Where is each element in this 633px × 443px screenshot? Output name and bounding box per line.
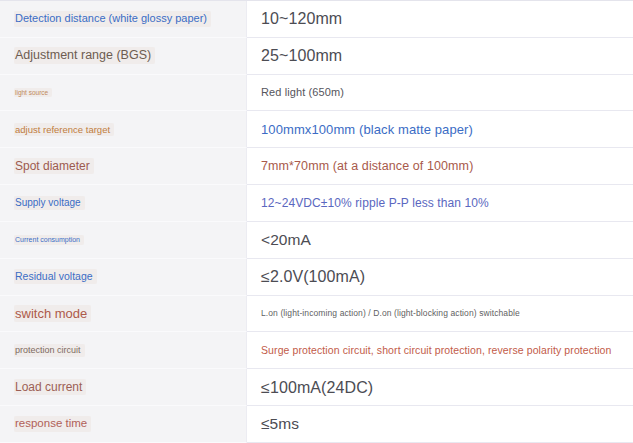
spec-label: response time (14, 416, 91, 432)
spec-label: Current consumption (14, 235, 84, 245)
spec-row-adjustment-range: Adjustment range (BGS) 25~100mm (0, 38, 633, 75)
spec-row-light-source: light source Red light (650m) (0, 75, 633, 112)
spec-row-supply-voltage: Supply voltage 12~24VDC±10% ripple P-P l… (0, 185, 633, 222)
spec-label: Spot diameter (14, 158, 94, 174)
spec-label-cell: switch mode (0, 296, 247, 333)
spec-value-cell: 25~100mm (247, 38, 633, 75)
spec-value-cell: ≤100mA(24DC) (247, 369, 633, 406)
spec-label: protection circuit (14, 344, 85, 357)
spec-value: Red light (650m) (261, 86, 344, 99)
spec-label-cell: response time (0, 406, 247, 443)
spec-label: Adjustment range (BGS) (14, 47, 155, 64)
spec-value: ≤100mA(24DC) (261, 378, 373, 397)
spec-value-cell: <20mA (247, 222, 633, 259)
spec-label-cell: Load current (0, 369, 247, 406)
spec-value: <20mA (261, 231, 311, 250)
spec-label-cell: Supply voltage (0, 185, 247, 222)
spec-value-cell: Red light (650m) (247, 75, 633, 112)
spec-value: ≤5ms (261, 415, 299, 434)
spec-label: Detection distance (white glossy paper) (14, 11, 211, 26)
spec-label-cell: protection circuit (0, 332, 247, 369)
spec-label-cell: adjust reference target (0, 111, 247, 148)
spec-row-spot-diameter: Spot diameter 7mm*70mm (at a distance of… (0, 148, 633, 185)
spec-value: Surge protection circuit, short circuit … (261, 344, 611, 357)
spec-value-cell: 100mmx100mm (black matte paper) (247, 111, 633, 148)
spec-value-cell: 12~24VDC±10% ripple P-P less than 10% (247, 185, 633, 222)
spec-label: switch mode (14, 305, 91, 323)
spec-value-cell: Surge protection circuit, short circuit … (247, 332, 633, 369)
spec-value: L.on (light-incoming action) / D.on (lig… (261, 308, 520, 318)
spec-label: Load current (14, 379, 86, 395)
spec-label: light source (14, 88, 52, 98)
spec-value: ≤2.0V(100mA) (261, 267, 365, 286)
spec-row-response-time: response time ≤5ms (0, 406, 633, 443)
spec-value: 100mmx100mm (black matte paper) (261, 122, 473, 138)
spec-value-cell: 10~120mm (247, 1, 633, 38)
spec-value-cell: 7mm*70mm (at a distance of 100mm) (247, 148, 633, 185)
spec-label-cell: light source (0, 75, 247, 112)
spec-label-cell: Adjustment range (BGS) (0, 38, 247, 75)
spec-row-load-current: Load current ≤100mA(24DC) (0, 369, 633, 406)
spec-label-cell: Spot diameter (0, 148, 247, 185)
spec-value: 25~100mm (261, 46, 342, 65)
spec-value: 10~120mm (261, 9, 342, 28)
spec-value-cell: L.on (light-incoming action) / D.on (lig… (247, 296, 633, 333)
spec-label-cell: Current consumption (0, 222, 247, 259)
spec-row-protection-circuit: protection circuit Surge protection circ… (0, 332, 633, 369)
spec-label: adjust reference target (14, 123, 114, 136)
spec-label: Supply voltage (14, 196, 85, 210)
spec-label-cell: Detection distance (white glossy paper) (0, 1, 247, 38)
specification-table: Detection distance (white glossy paper) … (0, 0, 633, 443)
spec-value: 7mm*70mm (at a distance of 100mm) (261, 159, 473, 174)
spec-row-detection-distance: Detection distance (white glossy paper) … (0, 1, 633, 38)
spec-row-reference-target: adjust reference target 100mmx100mm (bla… (0, 111, 633, 148)
spec-label: Residual voltage (14, 269, 97, 284)
spec-label-cell: Residual voltage (0, 259, 247, 296)
spec-row-residual-voltage: Residual voltage ≤2.0V(100mA) (0, 259, 633, 296)
spec-value-cell: ≤2.0V(100mA) (247, 259, 633, 296)
spec-row-current-consumption: Current consumption <20mA (0, 222, 633, 259)
spec-row-switch-mode: switch mode L.on (light-incoming action)… (0, 296, 633, 333)
spec-value: 12~24VDC±10% ripple P-P less than 10% (261, 196, 489, 210)
spec-value-cell: ≤5ms (247, 406, 633, 443)
